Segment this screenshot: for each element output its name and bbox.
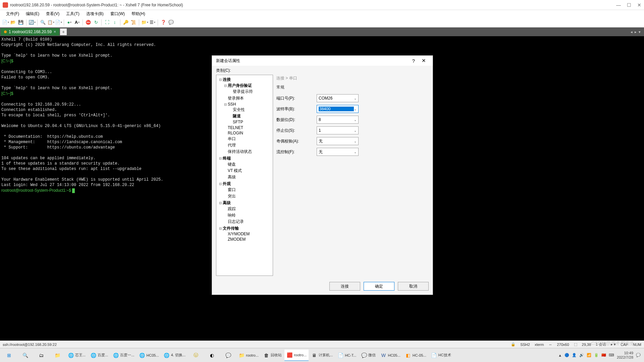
tree-telnet[interactable]: TELNET (228, 125, 243, 130)
help-icon[interactable]: ❓ (160, 19, 167, 26)
dialog-help-button[interactable]: ? (409, 58, 419, 64)
ok-button[interactable]: 确定 (364, 282, 394, 291)
taskbar-item[interactable]: 🗑回收站 (261, 350, 284, 361)
category-tree[interactable]: ⊟连接 ⊟用户身份验证 登录提示符 登录脚本 ⊟SSH 安全性 隧道 SFT (216, 75, 273, 276)
tab-scroll-left-icon[interactable]: ◂ (631, 30, 633, 34)
tree-bell[interactable]: 响铃 (228, 213, 236, 218)
taskbar-item[interactable]: 💬微信 (359, 350, 378, 361)
taskbar-item[interactable]: 🌐百度一... (111, 350, 136, 361)
tree-keyboard[interactable]: 键盘 (228, 162, 236, 167)
tree-serial[interactable]: 串口 (228, 136, 236, 141)
open-icon[interactable]: 📂 (10, 19, 16, 26)
taskbar-item[interactable]: 🌐芯王... (66, 350, 88, 361)
tree-vtmode[interactable]: VT 模式 (228, 168, 242, 173)
flow-combo[interactable]: 无⌄ (317, 148, 359, 156)
taskbar-item[interactable]: 🌐HC05... (137, 350, 161, 361)
tray-icon[interactable]: ⌨ (609, 353, 614, 357)
taskbar-item[interactable]: 🖥计算机... (309, 350, 335, 361)
copy-icon[interactable]: 📋 (47, 19, 54, 26)
session-tab[interactable]: 1 rootroot192.168.20.59 × (1, 28, 59, 36)
menu-tabs[interactable]: 选项卡(B) (84, 10, 106, 17)
taskbar-item[interactable]: 🌐百度... (88, 350, 110, 361)
tray-icon[interactable]: 📶 (587, 353, 591, 357)
menu-help[interactable]: 帮助(H) (129, 10, 148, 17)
transfer-icon[interactable]: ↕ (111, 19, 118, 26)
taskbar-item[interactable]: ⊞ (1, 350, 17, 361)
folder-icon[interactable]: 📁 (141, 19, 148, 26)
data-combo[interactable]: 8⌄ (317, 116, 359, 124)
tray-icon[interactable]: ▲ (558, 353, 562, 357)
reconnect-icon[interactable]: 🔄 (29, 19, 35, 26)
tab-menu-icon[interactable]: ▾ (639, 30, 641, 34)
paste-icon[interactable]: 📄 (55, 19, 62, 26)
tree-keepalive[interactable]: 保持活动状态 (228, 149, 252, 154)
stop-combo[interactable]: 1⌄ (317, 126, 359, 134)
tray-icon[interactable]: 👤 (572, 353, 577, 357)
tree-advanced-term[interactable]: 高级 (228, 175, 236, 179)
tray-icon[interactable]: 🔊 (579, 353, 584, 357)
tree-tunnel[interactable]: 隧道 (233, 114, 241, 118)
menu-window[interactable]: 窗口(W) (108, 10, 127, 17)
tree-highlight[interactable]: 突出 (228, 194, 236, 198)
save-icon[interactable]: 💾 (17, 19, 24, 26)
notifications-icon[interactable]: 💬 (636, 353, 641, 357)
tree-appearance[interactable]: 外观 (223, 181, 231, 186)
tree-trace[interactable]: 跟踪 (228, 206, 236, 211)
taskbar-item[interactable]: ◐ (204, 350, 220, 361)
taskbar-item[interactable]: WHC05... (378, 350, 402, 361)
taskbar-item[interactable]: ◧HC-05... (403, 350, 428, 361)
taskbar-item[interactable]: 💬 (220, 350, 236, 361)
chat-icon[interactable]: 💬 (168, 19, 174, 26)
tray-icon[interactable]: 🔋 (594, 353, 599, 357)
taskbar-item[interactable]: 📁rootro... (236, 350, 261, 361)
dialog-close-button[interactable]: ✕ (419, 58, 429, 64)
tab-scroll-right-icon[interactable]: ▸ (635, 30, 637, 34)
taskbar-item[interactable]: 🗂 (34, 350, 49, 361)
menu-view[interactable]: 查看(V) (43, 10, 62, 17)
baud-combo[interactable]: 38400⌄ (317, 105, 359, 113)
new-session-icon[interactable]: 📄 (2, 19, 9, 26)
list-icon[interactable]: ☰ (149, 19, 156, 26)
tree-logging[interactable]: 日志记录 (228, 219, 244, 224)
font-icon[interactable]: A (74, 19, 80, 26)
tree-ssh[interactable]: SSH (228, 102, 236, 107)
close-button[interactable]: ✕ (637, 2, 641, 8)
tab-add-button[interactable]: + (60, 28, 67, 35)
tray-icon[interactable]: 🇨🇳 (601, 353, 606, 357)
menu-edit[interactable]: 编辑(E) (23, 10, 42, 17)
stop-icon[interactable]: ⛔ (85, 19, 92, 26)
tree-sftp[interactable]: SFTP (233, 120, 243, 124)
session-menu-icon[interactable]: ▸ ▾ (611, 342, 616, 347)
tree-login-script[interactable]: 登录脚本 (228, 96, 244, 101)
taskbar-item[interactable]: 🌐4. 切换... (162, 350, 187, 361)
color-icon[interactable]: ● (66, 19, 73, 26)
port-combo[interactable]: COM26⌄ (317, 94, 359, 102)
taskbar-item[interactable]: 📁 (50, 350, 65, 361)
refresh-icon[interactable]: ↻ (93, 19, 99, 26)
menu-tools[interactable]: 工具(T) (63, 10, 82, 17)
minimize-button[interactable]: — (616, 2, 621, 8)
menu-file[interactable]: 文件(F) (3, 10, 22, 17)
tree-xymodem[interactable]: X/YMODEM (228, 232, 250, 236)
key-icon[interactable]: 🔑 (122, 19, 129, 26)
tree-proxy[interactable]: 代理 (228, 143, 236, 147)
tab-close-icon[interactable]: × (54, 29, 56, 34)
taskbar-item[interactable]: 📄HC技术 (429, 350, 453, 361)
tray-icon[interactable]: 🔵 (565, 353, 569, 357)
taskbar-item[interactable]: 🟥rootro... (284, 350, 309, 361)
cancel-button[interactable]: 取消 (398, 282, 429, 291)
tree-zmodem[interactable]: ZMODEM (228, 237, 246, 242)
tree-advanced[interactable]: 高级 (223, 200, 231, 205)
search-icon[interactable]: 🔍 (40, 19, 46, 26)
taskbar-item[interactable]: Ⓤ (188, 350, 204, 361)
fullscreen-icon[interactable]: ⛶ (104, 19, 110, 26)
taskbar-clock[interactable]: 10:492022/7/28 (617, 351, 633, 360)
tree-login-prompt[interactable]: 登录提示符 (233, 89, 253, 94)
taskbar-item[interactable]: 📄HC-T... (335, 350, 358, 361)
tree-connection[interactable]: 连接 (223, 77, 231, 82)
connect-button[interactable]: 连接 (329, 282, 360, 291)
tree-file-transfer[interactable]: 文件传输 (223, 226, 239, 231)
taskbar-item[interactable]: 🔍 (17, 350, 33, 361)
parity-combo[interactable]: 无⌄ (317, 137, 359, 145)
tree-auth[interactable]: 用户身份验证 (228, 83, 252, 88)
